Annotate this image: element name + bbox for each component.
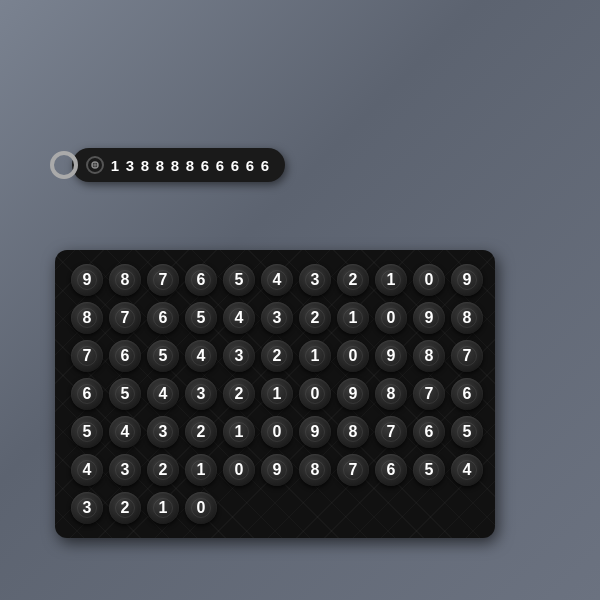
num-btn-r6-c6[interactable]: 3 bbox=[71, 492, 103, 524]
num-btn-r5-c4[interactable]: 5 bbox=[451, 416, 483, 448]
num-btn-r6-c1[interactable]: 8 bbox=[299, 454, 331, 486]
num-btn-r3-c2[interactable]: 7 bbox=[451, 340, 483, 372]
fob-digit-3: 8 bbox=[154, 157, 166, 174]
num-btn-r4-c6[interactable]: 3 bbox=[147, 416, 179, 448]
num-btn-r0-c4[interactable]: 5 bbox=[223, 264, 255, 296]
num-btn-r4-c8[interactable]: 1 bbox=[223, 416, 255, 448]
num-btn-r0-c6[interactable]: 3 bbox=[299, 264, 331, 296]
num-btn-r4-c4[interactable]: 5 bbox=[71, 416, 103, 448]
num-btn-r0-c1[interactable]: 8 bbox=[109, 264, 141, 296]
num-btn-r5-c5[interactable]: 4 bbox=[71, 454, 103, 486]
num-btn-r3-c7[interactable]: 2 bbox=[223, 378, 255, 410]
num-btn-r2-c5[interactable]: 4 bbox=[185, 340, 217, 372]
num-btn-r2-c2[interactable]: 7 bbox=[71, 340, 103, 372]
num-btn-r1-c2[interactable]: 7 bbox=[109, 302, 141, 334]
num-btn-r6-c4[interactable]: 5 bbox=[413, 454, 445, 486]
fob-digit-1: 3 bbox=[124, 157, 136, 174]
fob-digit-7: 6 bbox=[214, 157, 226, 174]
num-btn-r6-c3[interactable]: 6 bbox=[375, 454, 407, 486]
num-btn-r5-c6[interactable]: 3 bbox=[109, 454, 141, 486]
title-section bbox=[0, 18, 600, 22]
num-btn-r0-c3[interactable]: 6 bbox=[185, 264, 217, 296]
num-btn-r2-c0[interactable]: 9 bbox=[413, 302, 445, 334]
num-btn-r0-c7[interactable]: 2 bbox=[337, 264, 369, 296]
num-btn-r0-c2[interactable]: 7 bbox=[147, 264, 179, 296]
num-btn-r5-c2[interactable]: 7 bbox=[375, 416, 407, 448]
num-btn-r3-c1[interactable]: 8 bbox=[413, 340, 445, 372]
num-btn-r0-c5[interactable]: 4 bbox=[261, 264, 293, 296]
num-btn-r4-c7[interactable]: 2 bbox=[185, 416, 217, 448]
num-btn-r1-c4[interactable]: 5 bbox=[185, 302, 217, 334]
fob-digit-8: 6 bbox=[229, 157, 241, 174]
num-btn-r1-c6[interactable]: 3 bbox=[261, 302, 293, 334]
num-btn-r5-c1[interactable]: 8 bbox=[337, 416, 369, 448]
fob-digit-10: 6 bbox=[259, 157, 271, 174]
key-fob-container: 1 3 8 8 8 8 6 6 6 6 6 bbox=[50, 148, 285, 182]
num-btn-r2-c8[interactable]: 1 bbox=[299, 340, 331, 372]
num-btn-r5-c9[interactable]: 0 bbox=[223, 454, 255, 486]
num-btn-r3-c8[interactable]: 1 bbox=[261, 378, 293, 410]
num-btn-r5-c8[interactable]: 1 bbox=[185, 454, 217, 486]
num-btn-r0-c9[interactable]: 0 bbox=[413, 264, 445, 296]
num-btn-r0-c8[interactable]: 1 bbox=[375, 264, 407, 296]
fob-digit-5: 8 bbox=[184, 157, 196, 174]
fob-digit-2: 8 bbox=[139, 157, 151, 174]
number-pad: 9876543210987654321098765432109876543210… bbox=[55, 250, 495, 538]
key-fob: 1 3 8 8 8 8 6 6 6 6 6 bbox=[72, 148, 285, 182]
fob-digit-6: 6 bbox=[199, 157, 211, 174]
fob-digit-9: 6 bbox=[244, 157, 256, 174]
num-btn-r1-c5[interactable]: 4 bbox=[223, 302, 255, 334]
num-btn-r2-c9[interactable]: 0 bbox=[337, 340, 369, 372]
num-btn-r2-c4[interactable]: 5 bbox=[147, 340, 179, 372]
num-btn-r3-c9[interactable]: 0 bbox=[299, 378, 331, 410]
num-btn-r3-c4[interactable]: 5 bbox=[109, 378, 141, 410]
num-btn-r0-c0[interactable]: 9 bbox=[71, 264, 103, 296]
num-btn-r3-c6[interactable]: 3 bbox=[185, 378, 217, 410]
num-btn-r1-c9[interactable]: 0 bbox=[375, 302, 407, 334]
num-btn-r4-c5[interactable]: 4 bbox=[109, 416, 141, 448]
num-btn-r5-c0[interactable]: 9 bbox=[299, 416, 331, 448]
num-btn-r6-c2[interactable]: 7 bbox=[337, 454, 369, 486]
num-btn-r1-c1[interactable]: 8 bbox=[71, 302, 103, 334]
num-btn-r4-c3[interactable]: 6 bbox=[451, 378, 483, 410]
num-btn-r4-c1[interactable]: 8 bbox=[375, 378, 407, 410]
num-btn-r3-c0[interactable]: 9 bbox=[375, 340, 407, 372]
num-btn-r5-c3[interactable]: 6 bbox=[413, 416, 445, 448]
num-btn-r4-c2[interactable]: 7 bbox=[413, 378, 445, 410]
num-btn-r2-c1[interactable]: 8 bbox=[451, 302, 483, 334]
num-btn-r4-c0[interactable]: 9 bbox=[337, 378, 369, 410]
key-ring bbox=[50, 151, 78, 179]
num-btn-r3-c5[interactable]: 4 bbox=[147, 378, 179, 410]
num-btn-r1-c8[interactable]: 1 bbox=[337, 302, 369, 334]
num-btn-r2-c6[interactable]: 3 bbox=[223, 340, 255, 372]
num-btn-r6-c7[interactable]: 2 bbox=[109, 492, 141, 524]
fob-digit-4: 8 bbox=[169, 157, 181, 174]
num-btn-r5-c7[interactable]: 2 bbox=[147, 454, 179, 486]
num-btn-r4-c9[interactable]: 0 bbox=[261, 416, 293, 448]
num-btn-r1-c3[interactable]: 6 bbox=[147, 302, 179, 334]
num-btn-r6-c9[interactable]: 0 bbox=[185, 492, 217, 524]
num-btn-r1-c7[interactable]: 2 bbox=[299, 302, 331, 334]
num-btn-r2-c7[interactable]: 2 bbox=[261, 340, 293, 372]
num-btn-r6-c5[interactable]: 4 bbox=[451, 454, 483, 486]
num-btn-r2-c3[interactable]: 6 bbox=[109, 340, 141, 372]
num-btn-r6-c0[interactable]: 9 bbox=[261, 454, 293, 486]
num-btn-r3-c3[interactable]: 6 bbox=[71, 378, 103, 410]
num-btn-r1-c0[interactable]: 9 bbox=[451, 264, 483, 296]
num-btn-r6-c8[interactable]: 1 bbox=[147, 492, 179, 524]
fob-logo bbox=[86, 156, 104, 174]
fob-digit-0: 1 bbox=[109, 157, 121, 174]
